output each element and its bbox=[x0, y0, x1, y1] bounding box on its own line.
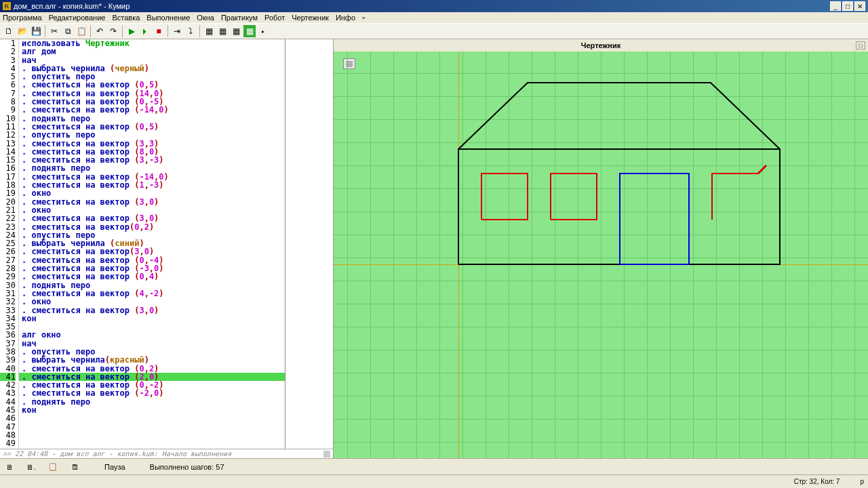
toolbar-more-icon[interactable]: ▸ bbox=[257, 25, 269, 37]
maximize-button[interactable]: □ bbox=[842, 1, 853, 11]
stop-icon[interactable]: ■ bbox=[153, 25, 165, 37]
menubar: ПрограммаРедактированиеВставкаВыполнение… bbox=[0, 12, 868, 23]
bottombar: Стр: 32, Кол: 7 р bbox=[0, 474, 868, 488]
status-icon-3: 📋 bbox=[47, 462, 58, 472]
status-icon-1: 🗎 bbox=[4, 462, 15, 472]
caret-position: Стр: 32, Кол: 7 bbox=[794, 478, 840, 485]
canvas-title: Чертежник □ bbox=[334, 39, 868, 52]
copy-icon[interactable]: ⧉ bbox=[62, 25, 74, 37]
step-into-icon[interactable]: ⇥ bbox=[171, 25, 183, 37]
canvas-pane: Чертежник □ bbox=[334, 39, 868, 458]
save-icon[interactable]: 💾 bbox=[30, 25, 42, 37]
window-2-icon[interactable]: ▦ bbox=[216, 25, 229, 37]
window-1-icon[interactable]: ▦ bbox=[203, 25, 215, 37]
step-over-icon[interactable]: ⤵ bbox=[184, 25, 197, 37]
console-output: >> 22 04:48 - дом всп алг - копия.kum: Н… bbox=[0, 449, 333, 458]
toolbar: 🗋 📂 💾 ✂ ⧉ 📋 ↶ ↷ ▶ ⏵ ■ ⇥ ⤵ ▦ ▦ ▦ ▦ ▸ bbox=[0, 23, 868, 39]
console-handle-icon[interactable] bbox=[323, 451, 330, 458]
window-title: дом_всп.алг - копия.kum* - Кумир bbox=[14, 2, 130, 10]
menu-item[interactable]: Инфо bbox=[336, 14, 355, 22]
undo-icon[interactable]: ↶ bbox=[94, 25, 106, 37]
titlebar: K дом_всп.алг - копия.kum* - Кумир _ □ ✕ bbox=[0, 0, 868, 12]
drawing-canvas[interactable] bbox=[334, 52, 868, 458]
run-icon[interactable]: ▶ bbox=[125, 25, 138, 37]
menu-item[interactable]: Программа bbox=[3, 14, 42, 22]
menu-item[interactable]: Редактирование bbox=[49, 14, 106, 22]
new-file-icon[interactable]: 🗋 bbox=[3, 25, 15, 37]
code-editor[interactable]: 1234567891011121314151617181920212223242… bbox=[0, 39, 333, 449]
open-file-icon[interactable]: 📂 bbox=[16, 25, 28, 37]
bottombar-extra: р bbox=[860, 478, 864, 485]
paste-icon[interactable]: 📋 bbox=[75, 25, 87, 37]
window-drawer-icon[interactable]: ▦ bbox=[243, 25, 256, 37]
window-3-icon[interactable]: ▦ bbox=[230, 25, 242, 37]
editor-pane: 1234567891011121314151617181920212223242… bbox=[0, 39, 334, 458]
menu-item[interactable]: Окна bbox=[197, 14, 214, 22]
canvas-maximize-icon[interactable]: □ bbox=[856, 41, 865, 49]
status-pause: Пауза bbox=[104, 463, 125, 471]
redo-icon[interactable]: ↷ bbox=[107, 25, 119, 37]
menu-item[interactable]: Чертежник bbox=[292, 14, 329, 22]
menu-item[interactable]: Робот bbox=[264, 14, 285, 22]
menu-item[interactable]: Вставка bbox=[112, 14, 140, 22]
step-icon[interactable]: ⏵ bbox=[139, 25, 151, 37]
menu-item[interactable]: Выполнение bbox=[146, 14, 190, 22]
cut-icon[interactable]: ✂ bbox=[48, 25, 60, 37]
statusbar: 🗎 🗎. 📋 🖺 Пауза Выполнено шагов: 57 bbox=[0, 458, 868, 474]
status-steps: Выполнено шагов: 57 bbox=[150, 463, 224, 471]
minimize-button[interactable]: _ bbox=[830, 1, 841, 11]
menu-item[interactable]: Практикум bbox=[221, 14, 258, 22]
status-icon-4: 🖺 bbox=[69, 462, 80, 472]
app-icon: K bbox=[3, 2, 11, 10]
close-button[interactable]: ✕ bbox=[854, 1, 865, 11]
menu-overflow-icon[interactable]: » bbox=[362, 15, 365, 21]
status-icon-2: 🗎. bbox=[26, 462, 37, 472]
